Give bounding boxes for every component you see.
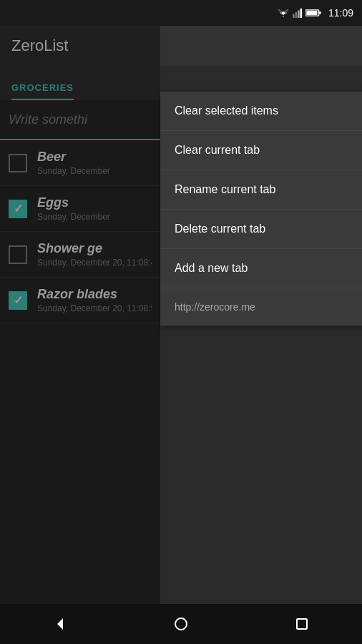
- item-content-shower: Shower ge Sunday, December 20, 11:08:46: [37, 241, 152, 268]
- item-content-razor: Razor blades Sunday, December 20, 11:08:…: [37, 287, 152, 313]
- back-button[interactable]: [46, 610, 74, 638]
- svg-rect-0: [293, 14, 295, 18]
- tab-bar[interactable]: GROCERIES: [0, 66, 160, 100]
- item-name-beer: Beer: [37, 150, 152, 165]
- item-name-eggs: Eggs: [37, 195, 152, 210]
- item-date-eggs: Sunday, December: [37, 212, 152, 222]
- list-item[interactable]: Beer Sunday, December: [0, 140, 160, 186]
- checkbox-eggs[interactable]: ✓: [9, 200, 27, 218]
- checkmark-eggs: ✓: [14, 203, 23, 215]
- dropdown-menu: Clear selected items Clear current tab R…: [160, 92, 362, 326]
- status-bar: 11:09: [0, 0, 362, 26]
- bottom-nav: [0, 604, 362, 644]
- checkmark-razor: ✓: [14, 295, 23, 306]
- menu-item-clear-selected[interactable]: Clear selected items: [160, 92, 362, 131]
- input-placeholder: Write somethi: [9, 112, 87, 127]
- svg-rect-1: [295, 12, 297, 18]
- svg-rect-3: [300, 9, 302, 18]
- menu-item-delete-tab[interactable]: Delete current tab: [160, 210, 362, 249]
- item-content-eggs: Eggs Sunday, December: [37, 195, 152, 222]
- status-icons: 11:09: [277, 7, 353, 19]
- svg-point-8: [175, 618, 187, 630]
- item-date-shower: Sunday, December 20, 11:08:46: [37, 258, 152, 268]
- input-area[interactable]: Write somethi: [0, 100, 160, 140]
- menu-item-rename-tab[interactable]: Rename current tab: [160, 170, 362, 210]
- checkbox-razor[interactable]: ✓: [9, 291, 27, 310]
- app-title: ZeroList: [11, 36, 68, 55]
- list-item-shower[interactable]: Shower ge Sunday, December 20, 11:08:46: [0, 232, 160, 278]
- checkbox-shower[interactable]: [9, 245, 27, 264]
- home-icon: [174, 617, 188, 631]
- svg-marker-7: [57, 618, 63, 630]
- status-time: 11:09: [328, 7, 353, 19]
- wifi-icon: [277, 8, 290, 18]
- app-bar: ZeroList: [0, 26, 362, 66]
- battery-icon: [305, 9, 321, 17]
- list-item-razor[interactable]: ✓ Razor blades Sunday, December 20, 11:0…: [0, 278, 160, 323]
- svg-rect-5: [319, 11, 321, 14]
- item-date-beer: Sunday, December: [37, 166, 152, 176]
- recent-icon: [295, 617, 309, 631]
- svg-rect-2: [298, 11, 300, 19]
- back-icon: [53, 617, 67, 631]
- svg-rect-6: [306, 11, 317, 15]
- home-button[interactable]: [167, 610, 195, 638]
- menu-item-url[interactable]: http://zerocore.me: [160, 288, 362, 326]
- menu-item-clear-tab[interactable]: Clear current tab: [160, 131, 362, 170]
- list-item-eggs[interactable]: ✓ Eggs Sunday, December: [0, 186, 160, 232]
- item-name-razor: Razor blades: [37, 287, 152, 302]
- signal-icon: [293, 8, 303, 18]
- item-content-beer: Beer Sunday, December: [37, 150, 152, 176]
- recent-button[interactable]: [288, 610, 316, 638]
- checkbox-beer[interactable]: [9, 154, 27, 172]
- item-name-shower: Shower ge: [37, 241, 152, 256]
- svg-rect-9: [297, 619, 307, 629]
- item-date-razor: Sunday, December 20, 11:08:58: [37, 303, 152, 313]
- tab-label: GROCERIES: [11, 82, 74, 100]
- list-container: Beer Sunday, December ✓ Eggs Sunday, Dec…: [0, 140, 160, 323]
- menu-item-add-tab[interactable]: Add a new tab: [160, 249, 362, 288]
